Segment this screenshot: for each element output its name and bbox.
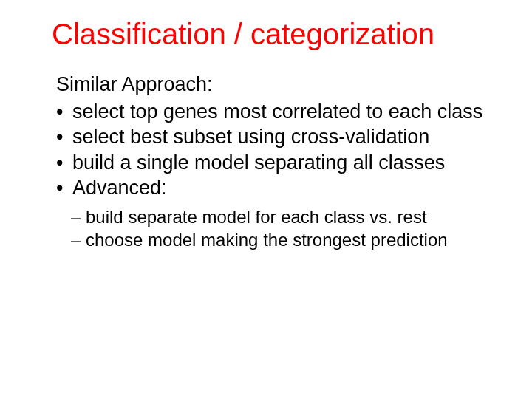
- list-item: select best subset using cross-validatio…: [56, 124, 497, 150]
- list-item: select top genes most correlated to each…: [56, 99, 497, 125]
- list-item: build separate model for each class vs. …: [71, 205, 497, 228]
- list-item: choose model making the strongest predic…: [71, 228, 497, 251]
- slide-title: Classification / categorization: [52, 18, 497, 51]
- sub-bullet-list: build separate model for each class vs. …: [71, 205, 497, 251]
- slide-body: Similar Approach: select top genes most …: [56, 72, 497, 251]
- list-item: build a single model separating all clas…: [56, 150, 497, 176]
- list-item: Advanced:: [56, 175, 497, 201]
- slide: Classification / categorization Similar …: [0, 0, 532, 399]
- lead-text: Similar Approach:: [56, 72, 497, 98]
- bullet-list: select top genes most correlated to each…: [56, 99, 497, 201]
